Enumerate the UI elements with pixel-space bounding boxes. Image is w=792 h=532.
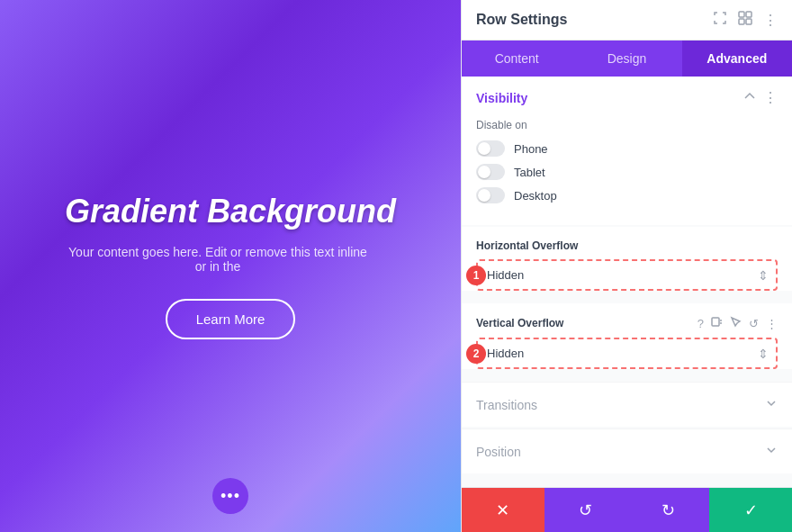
tablet-toggle[interactable] <box>476 164 505 180</box>
floating-menu-button[interactable]: ••• <box>212 478 248 514</box>
settings-panel: Row Settings ⋮ Content Design Advanced <box>461 0 792 532</box>
horizontal-overflow-section: Horizontal Overflow 1 Hidden Visible Scr… <box>462 227 792 291</box>
tabs: Content Design Advanced <box>462 41 792 77</box>
more-icon[interactable]: ⋮ <box>763 89 778 106</box>
svg-rect-1 <box>746 12 752 17</box>
transitions-section: Transitions <box>462 382 792 427</box>
preview-content: Gradient Background Your content goes he… <box>47 175 414 357</box>
undo-button[interactable]: ↺ <box>544 488 627 532</box>
position-title: Position <box>476 445 521 459</box>
badge-1: 1 <box>466 266 486 285</box>
help-icon[interactable]: ? <box>698 317 704 330</box>
tab-content[interactable]: Content <box>462 41 572 77</box>
redo-button[interactable]: ↻ <box>627 488 710 532</box>
horizontal-overflow-select-container: 1 Hidden Visible Scroll Auto ⇕ <box>476 259 778 291</box>
more-field-icon[interactable]: ⋮ <box>766 317 778 330</box>
grid-icon[interactable] <box>738 11 752 29</box>
phone-label: Phone <box>514 142 548 156</box>
visibility-section: Visibility ⋮ Disable on Phone <box>462 77 792 225</box>
panel-body: Visibility ⋮ Disable on Phone <box>462 77 792 487</box>
tab-advanced[interactable]: Advanced <box>682 41 792 77</box>
preview-area: Gradient Background Your content goes he… <box>0 0 461 532</box>
vertical-overflow-label: Vertical Overflow <box>476 317 563 329</box>
visibility-section-icons: ⋮ <box>743 89 778 106</box>
phone-toggle[interactable] <box>476 140 505 157</box>
bottom-toolbar: ✕ ↺ ↻ ✓ <box>462 487 792 532</box>
desktop-toggle-row: Desktop <box>476 187 778 203</box>
disable-on-label: Disable on <box>476 119 778 131</box>
vertical-overflow-select[interactable]: Hidden Visible Scroll Auto <box>478 339 776 367</box>
vertical-overflow-label-row: Vertical Overflow ? <box>476 316 778 330</box>
transitions-chevron <box>765 397 778 412</box>
vertical-overflow-select-wrapper: Hidden Visible Scroll Auto ⇕ <box>476 338 778 369</box>
svg-rect-3 <box>746 19 752 24</box>
vertical-overflow-icons: ? ↺ ⋮ <box>698 316 778 330</box>
preview-subtitle: Your content goes here. Edit or remove t… <box>65 245 371 274</box>
transitions-header[interactable]: Transitions <box>462 382 792 427</box>
horizontal-overflow-select-wrapper: Hidden Visible Scroll Auto ⇕ <box>476 259 778 291</box>
cancel-button[interactable]: ✕ <box>462 488 544 532</box>
more-options-icon[interactable]: ⋮ <box>763 12 778 29</box>
horizontal-overflow-label: Horizontal Overflow <box>476 239 578 252</box>
visibility-body: Disable on Phone Tablet Desktop <box>462 119 792 225</box>
tablet-label: Tablet <box>514 166 545 179</box>
vertical-overflow-select-container: 2 Hidden Visible Scroll Auto ⇕ <box>476 338 778 369</box>
transitions-title: Transitions <box>476 398 537 412</box>
learn-more-button[interactable]: Learn More <box>166 299 296 339</box>
panel-header-icons: ⋮ <box>713 11 778 29</box>
desktop-toggle[interactable] <box>476 187 505 203</box>
position-section: Position <box>462 428 792 473</box>
collapse-icon[interactable] <box>743 90 756 106</box>
panel-title: Row Settings <box>476 12 567 28</box>
badge-2: 2 <box>466 344 486 364</box>
visibility-title: Visibility <box>476 91 527 105</box>
cursor-icon[interactable] <box>730 316 742 330</box>
device-icon[interactable] <box>711 316 723 330</box>
preview-title: Gradient Background <box>65 193 396 230</box>
phone-toggle-row: Phone <box>476 140 778 157</box>
save-button[interactable]: ✓ <box>709 488 792 532</box>
svg-rect-0 <box>739 12 744 17</box>
position-header[interactable]: Position <box>462 428 792 473</box>
tab-design[interactable]: Design <box>572 41 681 77</box>
reset-icon[interactable]: ↺ <box>749 317 759 330</box>
fullscreen-icon[interactable] <box>713 11 727 29</box>
tablet-toggle-row: Tablet <box>476 164 778 180</box>
svg-rect-4 <box>712 318 719 326</box>
position-chevron <box>765 444 778 459</box>
horizontal-overflow-label-row: Horizontal Overflow <box>476 239 778 252</box>
visibility-section-header[interactable]: Visibility ⋮ <box>462 77 792 119</box>
desktop-label: Desktop <box>514 189 557 203</box>
horizontal-overflow-select[interactable]: Hidden Visible Scroll Auto <box>478 261 776 289</box>
vertical-overflow-section: Vertical Overflow ? <box>462 303 792 369</box>
panel-header: Row Settings ⋮ <box>462 0 792 41</box>
svg-rect-2 <box>739 19 744 24</box>
